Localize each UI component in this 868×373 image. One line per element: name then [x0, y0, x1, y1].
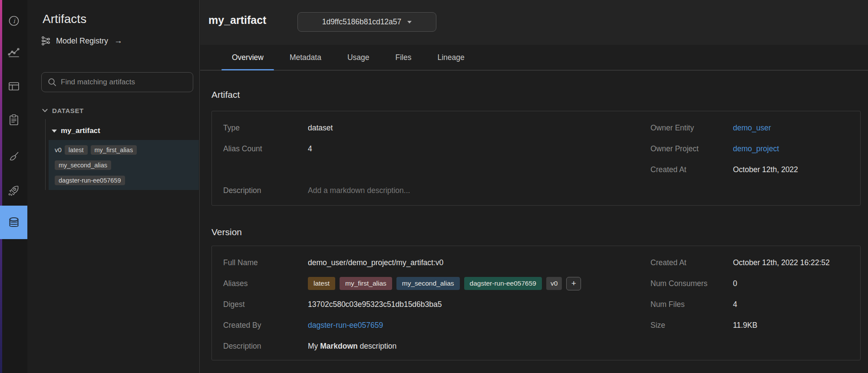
field-row-full-name: Full Name demo_user/demo_project/my_arti…: [223, 252, 650, 273]
field-row-spacer: [223, 159, 650, 180]
version-hash: 1d9ffc5186b81cd12a57: [322, 17, 402, 27]
field-value: October 12th, 2022: [733, 165, 798, 174]
tree-version-label: v0: [55, 146, 62, 153]
artifact-panel: Type dataset Alias Count 4 Description A…: [211, 111, 861, 206]
field-row-owner-entity: Owner Entity demo_user: [650, 117, 860, 138]
panels-icon: [7, 80, 20, 93]
field-label: Num Consumers: [650, 279, 733, 288]
version-description-value: My Markdown description: [308, 342, 396, 351]
field-row-created-at: Created At October 12th, 2022: [650, 159, 860, 180]
field-row-num-consumers: Num Consumers 0: [650, 273, 860, 294]
rail-item-info[interactable]: i: [0, 13, 27, 28]
field-label: Alias Count: [223, 144, 308, 153]
rail-item-reports[interactable]: [0, 113, 27, 127]
field-label: Digest: [223, 300, 308, 309]
tree-indent-guide: [45, 119, 46, 190]
field-value: 4: [308, 144, 312, 153]
sidebar-title: Artifacts: [43, 12, 86, 26]
field-label: Owner Entity: [650, 123, 733, 133]
tree-version-row: dagster-run-ee057659: [55, 173, 199, 188]
field-label: Description: [223, 342, 308, 351]
search-input[interactable]: [61, 78, 187, 87]
artifact-search[interactable]: [41, 72, 193, 92]
tab-lineage[interactable]: Lineage: [427, 45, 475, 70]
created-by-run-link[interactable]: dagster-run-ee057659: [308, 321, 383, 330]
reports-icon: [7, 113, 20, 127]
field-label: Num Files: [650, 300, 733, 309]
triangle-down-icon: [52, 130, 57, 133]
owner-project-link[interactable]: demo_project: [733, 144, 779, 153]
tree-version-row: my_second_alias: [55, 157, 199, 173]
alias-badge: dagster-run-ee057659: [464, 277, 542, 290]
field-value: 4: [733, 300, 737, 309]
field-label: Size: [650, 321, 733, 330]
version-section-heading: Version: [211, 227, 242, 237]
tree-artifact-label: my_artifact: [61, 127, 100, 135]
rail-item-charts[interactable]: [0, 46, 27, 60]
tab-metadata[interactable]: Metadata: [279, 45, 332, 70]
arrow-right-icon: →: [114, 36, 122, 46]
tab-bar: Overview Metadata Usage Files Lineage: [200, 45, 868, 70]
sweeps-broom-icon: [7, 150, 20, 163]
alias-badge: my_first_alias: [340, 277, 392, 290]
rail-item-sweeps[interactable]: [0, 149, 27, 164]
rail-item-artifacts-active[interactable]: [0, 206, 27, 239]
field-label: Type: [223, 123, 308, 133]
rail-item-panels[interactable]: [0, 79, 27, 93]
model-registry-icon: [41, 36, 51, 46]
main-content: my_artifact 1d9ffc5186b81cd12a57 Overvie…: [200, 0, 868, 373]
field-row-owner-project: Owner Project demo_project: [650, 138, 860, 159]
field-row-version-description: Description My Markdown description: [223, 336, 650, 356]
tab-overview[interactable]: Overview: [221, 45, 274, 70]
tree-artifact-my-artifact[interactable]: my_artifact: [52, 127, 100, 135]
field-label: Full Name: [223, 258, 308, 267]
field-row-size: Size 11.9KB: [650, 315, 860, 336]
search-icon: [47, 77, 57, 87]
field-row-type: Type dataset: [223, 117, 650, 138]
field-label: Aliases: [223, 279, 308, 288]
rail-item-launch[interactable]: [0, 183, 27, 198]
model-registry-label: Model Registry: [56, 37, 108, 46]
alias-badge: latest: [308, 277, 335, 290]
field-label: Description: [223, 186, 308, 195]
artifacts-sidebar: Artifacts Model Registry → DATASET my_ar…: [27, 0, 200, 373]
field-row-created-by: Created By dagster-run-ee057659: [223, 315, 650, 336]
artifacts-database-icon: [7, 216, 21, 230]
charts-icon: [7, 47, 20, 60]
tree-alias-badge: dagster-run-ee057659: [55, 176, 125, 185]
alias-badge-list: latest my_first_alias my_second_alias da…: [308, 277, 581, 290]
field-row-version-created-at: Created At October 12th, 2022 16:22:52: [650, 252, 860, 273]
tab-usage[interactable]: Usage: [337, 45, 380, 70]
version-selector-dropdown[interactable]: 1d9ffc5186b81cd12a57: [297, 12, 436, 32]
artifact-header: my_artifact 1d9ffc5186b81cd12a57: [200, 0, 868, 45]
launch-rocket-icon: [7, 183, 21, 197]
model-registry-link[interactable]: Model Registry →: [41, 36, 122, 46]
tree-version-entry-selected[interactable]: v0 latest my_first_alias my_second_alias…: [49, 140, 199, 190]
version-badge: v0: [546, 277, 562, 290]
field-value: 11.9KB: [733, 321, 757, 330]
version-panel: Full Name demo_user/demo_project/my_arti…: [211, 246, 861, 360]
field-label: Created At: [650, 165, 733, 174]
add-alias-button[interactable]: +: [566, 277, 581, 290]
svg-text:i: i: [13, 17, 16, 24]
chevron-down-icon: [407, 21, 412, 23]
field-value: demo_user/demo_project/my_artifact:v0: [308, 258, 443, 267]
info-icon: i: [7, 14, 20, 27]
description-placeholder[interactable]: Add a markdown description...: [308, 186, 410, 195]
artifact-section-heading: Artifact: [211, 90, 240, 100]
field-row-num-files: Num Files 4: [650, 294, 860, 315]
field-value: dataset: [308, 123, 333, 133]
tree-version-row: v0 latest my_first_alias: [55, 142, 199, 157]
field-value: October 12th, 2022 16:22:52: [733, 258, 830, 267]
tree-group-label: DATASET: [52, 107, 84, 114]
tab-files[interactable]: Files: [385, 45, 422, 70]
field-row-aliases: Aliases latest my_first_alias my_second_…: [223, 273, 650, 294]
field-label: Created By: [223, 321, 308, 330]
field-row-alias-count: Alias Count 4: [223, 138, 650, 159]
tree-alias-badge: my_first_alias: [91, 145, 137, 155]
owner-entity-link[interactable]: demo_user: [733, 123, 771, 133]
field-value: 0: [733, 279, 737, 288]
tree-alias-badge: my_second_alias: [55, 160, 111, 170]
chevron-down-icon: [42, 109, 48, 113]
tree-group-dataset[interactable]: DATASET: [42, 107, 84, 114]
